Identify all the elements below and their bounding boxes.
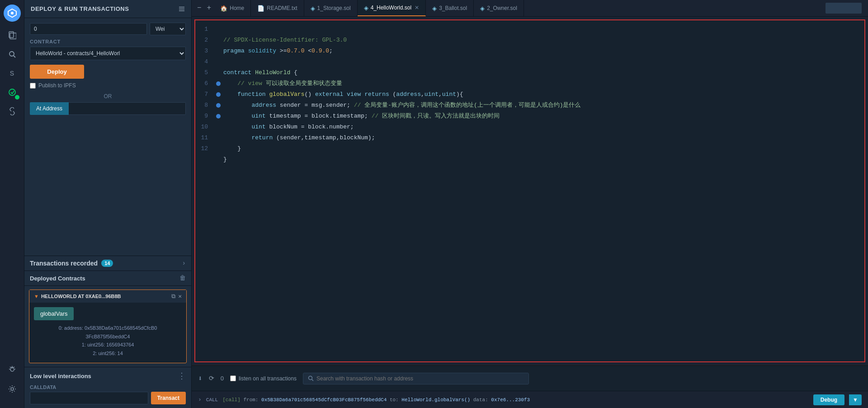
helloworld-tab-icon: ◈: [364, 5, 368, 11]
breakpoint-6[interactable]: [216, 81, 221, 86]
copy-icon[interactable]: ⧉: [171, 293, 175, 300]
at-address-row: At Address: [30, 102, 186, 115]
bottom-section: ⬇ ⟳ 0 listen on all transactions › CALL …: [192, 365, 868, 408]
readme-tab[interactable]: 📄 README.txt: [251, 0, 304, 16]
listen-label: listen on all transactions: [239, 375, 297, 382]
owner-tab[interactable]: ◈ 2_Owner.sol: [474, 0, 524, 16]
contract-label: CONTRACT: [30, 39, 186, 44]
chain-icon[interactable]: [4, 103, 20, 119]
breakpoint-7[interactable]: [216, 92, 221, 97]
contract-instance-header: ▼ HELLOWORLD AT 0XAE0...96B8B ⧉ ✕: [29, 290, 186, 303]
deployed-contracts-title: Deployed Contracts: [30, 275, 85, 282]
terminal-down-icon[interactable]: ⬇: [198, 374, 203, 383]
helloworld-tab[interactable]: ◈ 4_HelloWorld.sol ✕: [358, 0, 426, 16]
zoom-in-icon[interactable]: +: [204, 4, 214, 12]
svg-rect-11: [179, 10, 184, 11]
load-contract-input[interactable]: [69, 102, 186, 115]
logo-icon[interactable]: [4, 5, 21, 22]
collapse-icon[interactable]: ▼: [34, 294, 39, 299]
code-content: 1 2 3 4 5 6 7 8 9 10 11 12: [195, 20, 864, 361]
publish-row: Publish to IPFS: [30, 82, 186, 89]
ballot-tab[interactable]: ◈ 3_Ballot.sol: [426, 0, 474, 16]
instance-close-icon[interactable]: ✕: [178, 293, 182, 300]
svg-rect-9: [179, 7, 184, 8]
settings-icon[interactable]: [4, 381, 20, 397]
transactions-recorded-label: Transactions recorded: [30, 260, 98, 267]
storage-tab[interactable]: ◈ 1_Storage.sol: [304, 0, 358, 16]
low-level-title: Low level interactions: [30, 373, 91, 380]
minimap-preview: [826, 3, 862, 14]
search-terminal-icon: [308, 375, 314, 381]
low-level-menu-icon[interactable]: ⋮: [178, 371, 186, 381]
svg-rect-3: [10, 33, 16, 39]
listen-checkbox[interactable]: [230, 375, 236, 381]
svg-point-1: [11, 12, 14, 14]
calldata-input[interactable]: [30, 392, 148, 404]
transactions-arrow-icon: ›: [182, 260, 186, 267]
call-log: › CALL [call] from: 0x5B38Da6a701c568545…: [192, 391, 868, 408]
panel-menu-icon[interactable]: [179, 6, 185, 12]
breakpoint-column: [213, 24, 223, 358]
trash-icon[interactable]: 🗑: [179, 275, 186, 282]
svg-point-7: [10, 368, 14, 371]
contract-select[interactable]: HelloWorld - contracts/4_HelloWorl: [30, 47, 186, 60]
breakpoint-9[interactable]: [216, 114, 221, 119]
tab-spacer: [524, 0, 826, 16]
ballot-tab-icon: ◈: [432, 5, 437, 12]
listen-checkbox-row: listen on all transactions: [230, 375, 297, 382]
svg-rect-10: [179, 9, 184, 9]
at-address-button[interactable]: At Address: [30, 102, 69, 115]
call-log-arrow[interactable]: ›: [198, 396, 202, 403]
owner-tab-icon: ◈: [480, 5, 485, 12]
plugin-icon[interactable]: [4, 361, 20, 377]
transactions-count-badge: 14: [101, 260, 113, 267]
solidity-icon[interactable]: S: [4, 65, 20, 81]
contract-instance: ▼ HELLOWORLD AT 0XAE0...96B8B ⧉ ✕ global…: [29, 289, 187, 363]
storage-tab-label: 1_Storage.sol: [317, 5, 351, 11]
debug-expand-button[interactable]: ▼: [849, 394, 862, 405]
calldata-row: Transact: [24, 392, 191, 404]
home-tab-icon: 🏠: [220, 5, 227, 12]
line-numbers: 1 2 3 4 5 6 7 8 9 10 11 12: [195, 24, 213, 358]
publish-checkbox[interactable]: [30, 83, 36, 89]
helloworld-tab-close[interactable]: ✕: [415, 5, 419, 11]
home-tab[interactable]: 🏠 Home: [214, 0, 251, 16]
deploy-panel: DEPLOY & RUN TRANSACTIONS Wei Gwei Ether…: [24, 0, 192, 408]
or-divider: OR: [30, 93, 186, 100]
helloworld-tab-label: 4_HelloWorld.sol: [371, 5, 412, 11]
transact-button[interactable]: Transact: [151, 392, 186, 404]
deploy-panel-body: Wei Gwei Ether CONTRACT HelloWorld - con…: [24, 18, 191, 256]
deployed-contracts-header: Deployed Contracts 🗑: [24, 271, 191, 286]
call-content: [call] from: 0x5B38Da6a701c568545dCfcB03…: [222, 397, 530, 403]
svg-point-12: [308, 376, 312, 380]
calldata-label: CALLDATA: [24, 384, 191, 390]
deploy-sidebar-icon[interactable]: [4, 84, 20, 100]
files-icon[interactable]: [4, 27, 20, 43]
home-tab-label: Home: [230, 5, 244, 11]
code-lines[interactable]: // SPDX-License-Identifier: GPL-3.0 prag…: [223, 24, 864, 358]
wei-select[interactable]: Wei Gwei Ether: [150, 23, 186, 35]
publish-label: Publish to IPFS: [38, 82, 76, 89]
readme-tab-label: README.txt: [267, 5, 297, 11]
readme-tab-icon: 📄: [257, 5, 264, 12]
debug-button[interactable]: Debug: [813, 394, 844, 405]
transactions-recorded-row[interactable]: Transactions recorded 14 ›: [24, 256, 191, 271]
search-terminal-input[interactable]: [316, 375, 524, 382]
svg-point-4: [9, 52, 14, 56]
output-row-2: 2: uint256: 14: [34, 350, 182, 357]
zoom-out-icon[interactable]: −: [194, 4, 204, 12]
breakpoint-8[interactable]: [216, 103, 221, 108]
contract-instance-body: globalVars 0: address: 0x5B38Da6a701c568…: [29, 303, 186, 363]
ballot-tab-label: 3_Ballot.sol: [439, 5, 467, 11]
svg-point-8: [11, 388, 14, 390]
search-sidebar-icon[interactable]: [4, 46, 20, 62]
global-vars-button[interactable]: globalVars: [34, 307, 74, 320]
owner-tab-label: 2_Owner.sol: [487, 5, 517, 11]
deploy-button[interactable]: Deploy: [30, 65, 84, 79]
tr-left: Transactions recorded 14: [30, 260, 113, 267]
terminal-refresh-icon[interactable]: ⟳: [209, 375, 214, 382]
svg-line-13: [311, 380, 313, 381]
account-input[interactable]: [30, 23, 147, 35]
search-bar: [303, 373, 529, 384]
deploy-title: DEPLOY & RUN TRANSACTIONS: [31, 5, 129, 12]
